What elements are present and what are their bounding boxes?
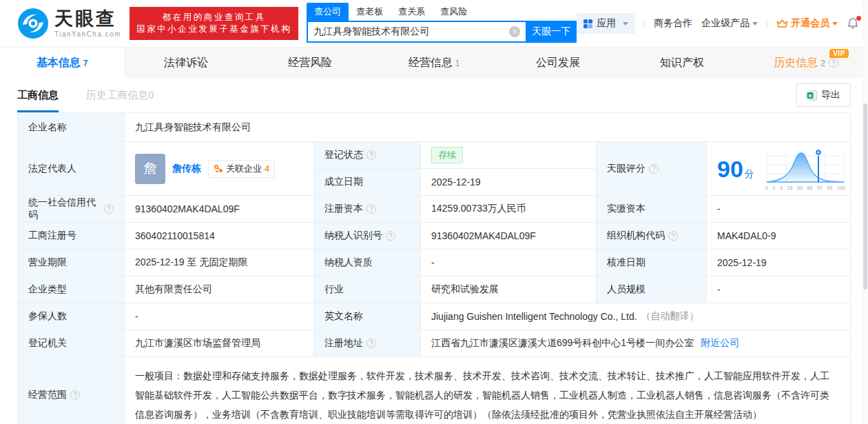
field-label-taxpayer-quality: 纳税人资质: [314, 250, 421, 276]
apps-grid-icon: [583, 19, 592, 28]
field-label-industry: 行业: [314, 276, 421, 303]
field-label-company-type: 企业类型: [18, 276, 125, 303]
field-label-legal-rep: 法定代表人: [18, 142, 125, 196]
nav-cooperation[interactable]: 商务合作: [654, 17, 692, 30]
help-icon[interactable]: [70, 390, 80, 400]
tab-company-development[interactable]: 公司发展: [496, 48, 620, 78]
chevron-down-icon: [832, 22, 838, 26]
field-label-insured-count: 参保人数: [18, 303, 125, 330]
nav-enterprise[interactable]: 企业级产品: [701, 17, 758, 30]
related-companies-count: 4: [265, 163, 269, 174]
clear-icon[interactable]: [509, 26, 520, 37]
apps-menu[interactable]: 应用: [577, 13, 635, 34]
search-input[interactable]: [308, 26, 509, 37]
related-companies-badge[interactable]: 关联企业 4: [208, 160, 275, 178]
status-badge: 存续: [431, 147, 463, 163]
legal-rep-avatar[interactable]: 詹: [135, 154, 165, 184]
search-tab-boss[interactable]: 查老板: [349, 3, 391, 21]
slogan-banner: 都在用的商业查询工具 国家中小企业发展子基金旗下机构: [130, 7, 298, 40]
svg-text:x: x: [809, 92, 812, 99]
field-value-staff-size: -: [707, 276, 850, 303]
tab-basic-info[interactable]: 基本信息 7: [0, 48, 124, 78]
excel-icon: x: [807, 90, 817, 101]
field-value-industry: 研究和试验发展: [421, 276, 597, 303]
field-label-org-code: 组织机构代码: [597, 223, 707, 250]
help-icon[interactable]: [366, 150, 376, 160]
field-value-company-type: 其他有限责任公司: [125, 276, 314, 303]
vip-badge: VIP: [829, 49, 849, 58]
label-text: 登记状态: [324, 149, 363, 161]
english-name-text: Jiujiang Guishen Intelligent Technology …: [431, 311, 637, 322]
nav-vip[interactable]: 开通会员: [776, 17, 838, 30]
score-chart-axis: 01 315 5085 9799 100: [764, 185, 847, 190]
tab-history-info[interactable]: VIP 历史信息 2: [744, 48, 868, 78]
help-icon[interactable]: [366, 339, 376, 348]
field-label-credit-code: 统一社会信用代码: [18, 196, 125, 223]
scrollbar-thumb[interactable]: [863, 103, 867, 290]
scrollbar[interactable]: [862, 0, 868, 424]
nearby-companies-link[interactable]: 附近公司: [701, 337, 739, 350]
nav-enterprise-label: 企业级产品: [701, 17, 750, 30]
slogan-line2: 国家中小企业发展子基金旗下机构: [136, 23, 291, 35]
search-input-wrap: [307, 21, 526, 43]
search-tab-relation[interactable]: 查关系: [391, 3, 433, 21]
field-value-taxpayer-id: 91360402MAK4DAL09F: [421, 223, 597, 250]
search-area: 查公司 查老板 查关系 查风险 天眼一下: [307, 4, 577, 43]
search-button[interactable]: 天眼一下: [526, 21, 577, 43]
brand-domain: TianYanCha.com: [54, 30, 121, 38]
legal-rep-name-link[interactable]: 詹传栋: [172, 163, 201, 175]
help-icon[interactable]: [649, 164, 659, 174]
field-label-reg-authority: 登记机关: [18, 330, 125, 357]
subtab-history-registration[interactable]: 历史工商信息0: [86, 78, 154, 112]
tab-intellectual-property[interactable]: 知识产权: [620, 48, 744, 78]
help-icon[interactable]: [366, 204, 376, 214]
field-label-approval-date: 核准日期: [597, 250, 707, 276]
label-text: 注册资本: [324, 203, 363, 215]
field-label-business-scope: 经营范围: [18, 357, 125, 424]
field-label-paid-capital: 实缴资本: [597, 196, 707, 223]
field-value-reg-status: 存续: [421, 142, 597, 169]
label-text: 经营范围: [28, 389, 67, 401]
export-label: 导出: [821, 89, 840, 101]
export-button[interactable]: x 导出: [796, 83, 851, 107]
score-number: 90: [717, 157, 743, 181]
notifications-bell[interactable]: [847, 17, 859, 30]
field-value-reg-number: 360402110015814: [125, 223, 314, 250]
tab-legal-litigation[interactable]: 法律诉讼: [124, 48, 248, 78]
field-value-english-name: Jiujiang Guishen Intelligent Technology …: [421, 303, 850, 330]
help-icon[interactable]: [386, 231, 395, 241]
divider: [767, 19, 767, 29]
tab-label: 经营信息: [409, 56, 453, 70]
field-value-reg-authority: 九江市濂溪区市场监督管理局: [125, 330, 314, 357]
search-tab-risk[interactable]: 查风险: [433, 3, 475, 21]
address-text: 江西省九江市濂溪区濂溪大道699号科创中心1号楼一间办公室: [431, 337, 694, 350]
help-icon[interactable]: [104, 204, 114, 214]
subnav: 工商信息 历史工商信息0 x 导出: [0, 78, 868, 112]
tab-business-risk[interactable]: 经营风险: [248, 48, 372, 78]
tab-label: 法律诉讼: [164, 56, 208, 70]
brand-name: 天眼查: [54, 10, 121, 28]
score-unit: 分: [745, 168, 754, 181]
field-label-reg-capital: 注册资本: [314, 196, 421, 223]
tab-label: 基本信息: [37, 56, 81, 70]
field-value-reg-address: 江西省九江市濂溪区濂溪大道699号科创中心1号楼一间办公室 附近公司: [421, 330, 850, 357]
field-value-approval-date: 2025-12-19: [707, 250, 850, 276]
field-label-taxpayer-id: 纳税人识别号: [314, 223, 421, 250]
field-label-staff-size: 人员规模: [597, 276, 707, 303]
field-value-taxpayer-quality: -: [421, 250, 597, 276]
header: 天眼查 TianYanCha.com 都在用的商业查询工具 国家中小企业发展子基…: [0, 0, 868, 47]
field-label-english-name: 英文名称: [314, 303, 421, 330]
search-tab-company[interactable]: 查公司: [307, 3, 349, 21]
label-text: 统一社会信用代码: [28, 196, 101, 221]
top-nav: 应用 商务合作 企业级产品 开通会员 超级风...: [577, 13, 868, 34]
tianyancha-logo[interactable]: 天眼查 TianYanCha.com: [17, 8, 121, 39]
help-icon[interactable]: [668, 231, 678, 241]
field-value-credit-code: 91360402MAK4DAL09F: [125, 196, 314, 223]
tab-business-info[interactable]: 经营信息 1: [372, 48, 496, 78]
help-icon[interactable]: [829, 58, 838, 68]
field-value-tianyan-score: 90 分: [707, 142, 850, 196]
subtab-business-registration[interactable]: 工商信息: [17, 78, 59, 112]
crown-icon: [776, 19, 788, 29]
tab-label: 知识产权: [660, 56, 704, 70]
field-label-established-date: 成立日期: [314, 169, 421, 196]
